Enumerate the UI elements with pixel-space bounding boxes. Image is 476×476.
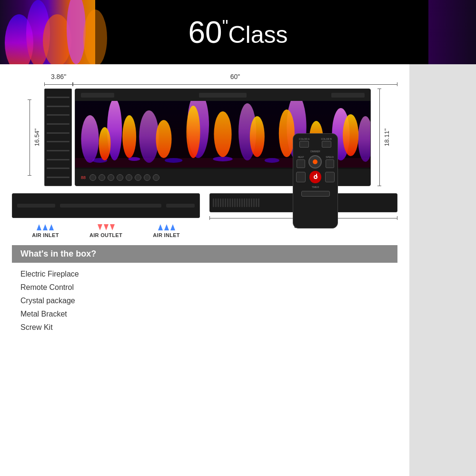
svg-point-12 (81, 115, 99, 163)
side-unit-vent-8 (47, 159, 69, 160)
remote-power-btn (309, 171, 321, 183)
remote-speed: SPEED (326, 156, 334, 168)
box-title: What's in the box? (20, 249, 96, 258)
ctrl-btn-5 (126, 174, 132, 181)
air-inlet-1-label: AIR INLET (32, 232, 59, 238)
bottom-left-section: AIR INLET AIR OUTLET (12, 193, 200, 240)
side-unit-vent-6 (47, 141, 69, 142)
svg-point-20 (99, 127, 111, 160)
remote-heat: HEAT (297, 156, 305, 168)
ctrl-btn-7 (144, 174, 150, 181)
svg-point-10 (265, 158, 279, 163)
box-header: What's in the box? (12, 245, 397, 263)
header-banner: 60"Class (0, 0, 476, 64)
box-item-5: Screw Kit (20, 321, 389, 334)
svg-point-3 (67, 0, 86, 64)
ctrl-btn-6 (135, 174, 141, 181)
remote-color-b: COLOR B (321, 138, 332, 148)
remote-control-section: COLOR A COLOR B DIMMER HEAT (290, 133, 340, 228)
svg-point-8 (165, 158, 182, 163)
svg-point-19 (358, 116, 370, 162)
side-unit-vent-5 (47, 132, 69, 134)
main-content-wrapper: 3.86" 60" (0, 64, 476, 476)
air-inlet-1: AIR INLET (32, 224, 59, 238)
svg-point-24 (214, 111, 231, 157)
side-unit-vent-4 (47, 123, 69, 125)
svg-point-23 (187, 106, 200, 158)
svg-point-21 (122, 115, 136, 158)
ctrl-btn-3 (108, 174, 114, 181)
header-flames-right (428, 0, 476, 64)
fireplace-side-unit (44, 89, 72, 186)
remote-top-row: COLOR A COLOR B (296, 138, 335, 148)
remote-timer-btn (301, 191, 330, 197)
remote-icon-3 (325, 172, 335, 182)
arrows-up-2 (158, 224, 175, 230)
remote-color-a: COLOR A (299, 138, 309, 148)
air-inlet-2-label: AIR INLET (153, 232, 179, 238)
top-dim-labels: 3.86" 60" (12, 73, 397, 80)
top-dim-lines (12, 82, 397, 86)
side-unit-vent-3 (47, 114, 69, 116)
box-item-1: Electric Fireplace (20, 268, 389, 281)
depth-dim-line (44, 82, 73, 86)
ctrl-btn-1 (89, 174, 96, 181)
side-unit-vent-7 (47, 150, 69, 151)
air-inlet-2: AIR INLET (153, 224, 179, 238)
side-unit-vent-9 (47, 168, 69, 169)
main-area: 3.86" 60" (0, 64, 409, 476)
remote-timer-label: TIMER (312, 186, 319, 188)
air-outlet-label: AIR OUTLET (89, 232, 122, 238)
fireplace-top-bar (75, 89, 370, 101)
speaker-right (331, 93, 365, 98)
remote-icon-1 (296, 172, 306, 182)
svg-point-14 (139, 110, 159, 163)
side-unit-vent-10 (47, 177, 69, 178)
flame-effect-svg (0, 0, 114, 64)
svg-point-25 (250, 116, 265, 157)
svg-point-9 (213, 157, 232, 161)
box-item-3: Crystal package (20, 294, 389, 307)
right-height-dim-label: 18.11" (383, 129, 390, 146)
speaker-left (81, 93, 114, 98)
remote-dimmer-label: DIMMER (310, 150, 320, 153)
airflow-indicators: AIR INLET AIR OUTLET (12, 222, 200, 240)
width-dim-label: 60" (73, 73, 397, 80)
ctrl-btn-2 (99, 174, 105, 181)
remote-icon-row (296, 171, 335, 183)
svg-point-4 (83, 10, 107, 64)
left-vert-dim: 16.54" (12, 89, 44, 186)
side-unit-vent-2 (47, 106, 69, 107)
svg-point-22 (156, 120, 171, 158)
arrows-down (98, 224, 115, 230)
left-height-dim-label: 16.54" (33, 129, 40, 146)
ctrl-btn-4 (117, 174, 123, 181)
depth-dim-label: 3.86" (44, 73, 73, 80)
header-title: 60"Class (188, 15, 288, 50)
ctrl-btn-8 (153, 174, 159, 181)
box-section: What's in the box? Electric Fireplace Re… (12, 245, 397, 339)
box-items-list: Electric Fireplace Remote Control Crysta… (12, 263, 397, 339)
control-button-row (89, 174, 159, 181)
box-item-4: Metal Bracket (20, 307, 389, 321)
arrows-up-1 (37, 224, 54, 230)
box-item-2: Remote Control (20, 281, 389, 294)
top-panel-image (12, 193, 200, 218)
remote-middle-row: HEAT SPEED (296, 155, 335, 169)
right-vert-dim: 18.11" (374, 89, 397, 186)
svg-point-28 (343, 114, 358, 156)
air-outlet: AIR OUTLET (89, 224, 122, 238)
remote-control: COLOR A COLOR B DIMMER HEAT (293, 133, 338, 228)
side-unit-vent-1 (47, 97, 69, 98)
control-display: 88 (81, 175, 86, 180)
remote-dial (308, 155, 322, 169)
width-dim-line (73, 82, 397, 86)
speaker-center (199, 93, 247, 98)
